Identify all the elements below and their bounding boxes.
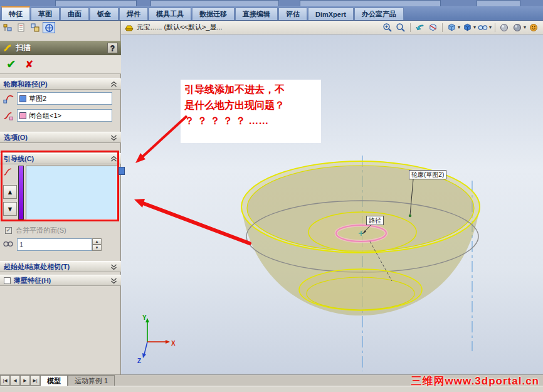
merge-smooth-faces-label: 合并平滑的面(S): [16, 226, 66, 235]
chevron-up-icon: [110, 156, 117, 162]
path-color-swatch: [19, 112, 26, 119]
tab-scroll-first-button[interactable]: |◀: [0, 375, 10, 386]
dropdown-caret-icon[interactable]: ▾: [489, 24, 492, 30]
path-callout[interactable]: 路径: [366, 216, 384, 225]
chevron-up-icon: [110, 82, 117, 87]
cancel-button[interactable]: ✘: [25, 58, 33, 70]
group-header-profile-path[interactable]: 轮廓和路径(P): [0, 78, 121, 90]
configurationmanager-tab-icon[interactable]: [29, 22, 41, 33]
group-header-start-end-tangency[interactable]: 起始处/结束处相切(T): [0, 261, 121, 272]
zoom-window-icon[interactable]: [382, 22, 394, 33]
displaymanager-tab-icon[interactable]: [43, 22, 55, 33]
path-input[interactable]: 闭合组<1>: [17, 109, 112, 122]
guide-curve-icon: [3, 166, 14, 177]
toolbar-fragment: [150, 0, 279, 6]
tab-moldtools[interactable]: 模具工具: [149, 8, 191, 20]
group-header-options[interactable]: 选项(O): [0, 132, 121, 143]
merge-smooth-faces-checkbox[interactable]: ✔: [5, 227, 12, 234]
thin-feature-checkbox[interactable]: [4, 277, 11, 284]
model-tab[interactable]: 模型: [40, 375, 68, 386]
tab-dimxpert[interactable]: DimXpert: [308, 8, 354, 20]
toolbar-separator: [495, 23, 495, 32]
zoom-fit-icon[interactable]: [395, 22, 407, 33]
show-sections-icon[interactable]: [3, 238, 14, 250]
chevron-down-icon: [110, 278, 117, 283]
viewport-header: 元宝...... (默认<<默认>_显... ▾ ▾ ▾ ▾: [121, 21, 543, 34]
tab-datamigration[interactable]: 数据迁移: [192, 8, 235, 20]
panel-splitter-handle[interactable]: [119, 167, 125, 175]
profile-row-icon: [2, 92, 14, 105]
section-number-spinner[interactable]: ▲ ▼: [92, 238, 102, 251]
annotation-note: 引导线添加不进去，不 是什么地方出现问题？ ？ ？ ？ ？ ？ ……: [181, 80, 321, 143]
toolbar-fragment: [477, 0, 520, 6]
axis-x-label: X: [171, 340, 176, 347]
chevron-down-icon: [110, 135, 117, 140]
annotation-line: 引导线添加不进去，不: [184, 82, 317, 97]
dialog-title: 扫描: [16, 43, 31, 53]
axis-z-label: Z: [137, 358, 141, 364]
toolbar-separator: [442, 23, 443, 32]
group-header-thin-feature[interactable]: 薄壁特征(H): [0, 275, 121, 286]
motion-study-tab[interactable]: 运动算例 1: [68, 375, 115, 386]
up-arrow-icon: ▲: [7, 188, 14, 196]
edit-appearance-icon[interactable]: [498, 22, 510, 33]
guide-curves-listbox[interactable]: [26, 166, 117, 220]
ok-button[interactable]: ✔: [6, 57, 16, 72]
guide-color-bar: [18, 166, 24, 220]
tab-evaluate[interactable]: 评估: [278, 8, 307, 20]
path-value: 闭合组<1>: [29, 111, 61, 120]
path-row-icon: [2, 109, 14, 122]
tab-officeproducts[interactable]: 办公室产品: [354, 8, 404, 20]
tab-scroll-last-button[interactable]: ▶|: [30, 375, 40, 386]
move-down-button[interactable]: ▼: [3, 202, 17, 216]
annotation-line: 是什么地方出现问题？: [184, 97, 317, 113]
tab-sketch[interactable]: 草图: [31, 8, 60, 20]
document-title[interactable]: 元宝...... (默认<<默认>_显...: [137, 23, 223, 32]
section-number-input[interactable]: 1: [17, 238, 92, 251]
merge-smooth-faces-row: ✔ 合并平滑的面(S): [5, 226, 66, 235]
tab-features[interactable]: 特征: [1, 6, 30, 20]
tab-scroll-next-button[interactable]: ▶: [20, 375, 30, 386]
document-icon[interactable]: [125, 24, 134, 31]
toolbar-fragment: [55, 0, 137, 6]
top-toolbar-sliver: [0, 0, 543, 6]
group-label: 轮廓和路径(P): [4, 80, 48, 89]
tab-scroll-prev-button[interactable]: ◀: [10, 375, 20, 386]
annotation-line: ？ ？ ？ ？ ？ ……: [184, 113, 317, 129]
tab-surfaces[interactable]: 曲面: [60, 8, 89, 20]
axis-y-label: Y: [142, 314, 147, 321]
move-up-button[interactable]: ▲: [3, 185, 17, 199]
propertymanager-tab-icon[interactable]: [15, 22, 28, 33]
apply-scene-icon[interactable]: [512, 22, 524, 33]
axis-triad-icon: Y X Z: [137, 314, 176, 364]
graphics-viewport[interactable]: 元宝...... (默认<<默认>_显... ▾ ▾ ▾ ▾: [121, 21, 543, 374]
tab-weldments[interactable]: 焊件: [119, 8, 148, 20]
sweep-dialog-titlebar: 扫描 ?: [0, 41, 121, 55]
section-view-icon[interactable]: [427, 22, 439, 33]
toolbar-separator: [410, 23, 411, 32]
section-number-value: 1: [19, 241, 23, 248]
3d-scene-drawing: Y X Z: [121, 21, 543, 374]
dropdown-caret-icon[interactable]: ▾: [473, 24, 476, 30]
tab-directedit[interactable]: 直接编辑: [235, 8, 278, 20]
featuremanager-tab-icon[interactable]: [1, 22, 14, 33]
dropdown-caret-icon[interactable]: ▾: [458, 24, 460, 30]
profile-callout[interactable]: 轮廓(草图2): [409, 170, 446, 179]
bowl-model: [241, 161, 480, 315]
dropdown-caret-icon[interactable]: ▾: [524, 24, 526, 30]
group-header-guide-curves[interactable]: 引导线(C): [0, 153, 121, 164]
previous-view-icon[interactable]: [414, 22, 426, 33]
spinner-up-icon[interactable]: ▲: [92, 238, 102, 245]
profile-input[interactable]: 草图2: [17, 92, 112, 105]
down-arrow-icon: ▼: [7, 205, 14, 213]
hide-show-items-icon[interactable]: [477, 22, 489, 33]
view-orientation-icon[interactable]: [446, 22, 458, 33]
display-style-icon[interactable]: [461, 22, 473, 33]
help-button[interactable]: ?: [107, 43, 118, 53]
inner-ring: [308, 212, 416, 252]
view-settings-icon[interactable]: [527, 22, 539, 33]
spinner-down-icon[interactable]: ▼: [92, 245, 102, 251]
property-manager-panel: 扫描 ? ✔ ✘ 轮廓和路径(P) 草图2 闭合组<1> 选项(O: [0, 21, 121, 374]
tab-sheetmetal[interactable]: 钣金: [90, 8, 119, 20]
group-label: 薄壁特征(H): [14, 276, 51, 285]
